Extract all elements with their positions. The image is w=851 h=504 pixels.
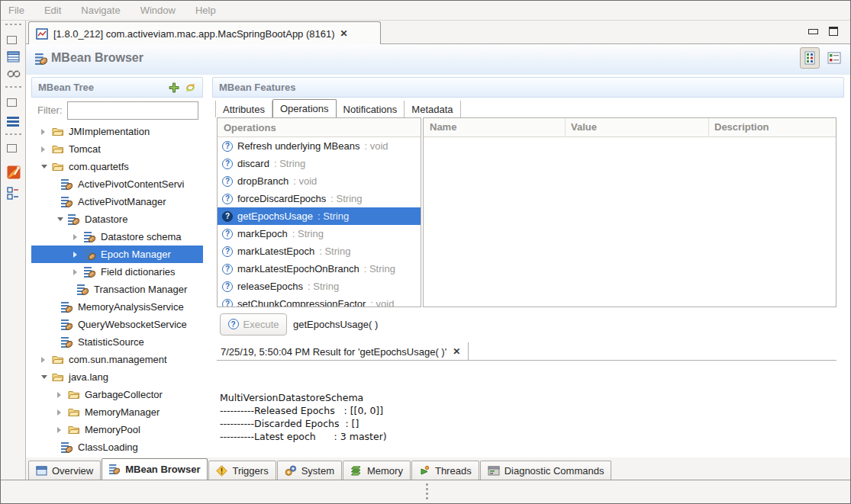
- tree-item[interactable]: QueryWebsocketService: [31, 316, 203, 333]
- tab-memory[interactable]: Memory: [343, 461, 411, 480]
- connection-editor-tab[interactable]: [1.8.0_212] com.activeviam.mac.app.MacSp…: [28, 21, 381, 45]
- collapse-arrow-icon[interactable]: [41, 374, 52, 381]
- maximize-icon[interactable]: [829, 27, 838, 36]
- tab-attributes[interactable]: Attributes: [215, 101, 272, 117]
- operation-row[interactable]: ?forceDiscardEpochs: String: [218, 190, 421, 207]
- list-view-icon[interactable]: [7, 115, 20, 128]
- tab-label: Operations: [280, 103, 329, 114]
- tab-diagnostic-commands[interactable]: Diagnostic Commands: [480, 461, 612, 480]
- operation-row[interactable]: ?dropBranch: void: [218, 172, 421, 190]
- diagnostic-commands-icon: [488, 466, 500, 476]
- result-tab-close-icon[interactable]: ✕: [453, 346, 460, 357]
- tree-item[interactable]: com.sun.management: [31, 351, 203, 368]
- tree-item[interactable]: JMImplementation: [31, 123, 203, 140]
- execute-button[interactable]: ? Execute: [220, 313, 287, 335]
- tree-item[interactable]: Transaction Manager: [31, 281, 203, 298]
- tree-item[interactable]: StatisticSource: [31, 333, 203, 351]
- expand-arrow-icon[interactable]: [73, 268, 84, 276]
- tab-metadata[interactable]: Metadata: [405, 101, 460, 117]
- status-bar-drag-handle[interactable]: [426, 483, 428, 499]
- menu-help[interactable]: Help: [195, 5, 216, 16]
- operation-row[interactable]: ?releaseEpochs: String: [218, 278, 421, 295]
- tree-item-selected[interactable]: Epoch Manager: [31, 246, 203, 263]
- tree-item[interactable]: Tomcat: [31, 140, 203, 158]
- operation-name: discard: [237, 158, 269, 169]
- operation-row[interactable]: ?markEpoch: String: [218, 225, 421, 242]
- operation-row[interactable]: ?discard: String: [218, 155, 421, 172]
- tree-item-label: StatisticSource: [78, 336, 144, 348]
- editor-tab-close-icon[interactable]: ✕: [340, 28, 348, 39]
- menu-navigate[interactable]: Navigate: [81, 5, 120, 16]
- column-value[interactable]: Value: [571, 121, 597, 133]
- restore-view-icon[interactable]: [7, 141, 20, 154]
- operation-row[interactable]: ?Refresh underlying MBeans: void: [218, 137, 421, 155]
- operation-signature: getEpochsUsage( ): [293, 319, 378, 330]
- operation-row-selected[interactable]: ?getEpochsUsage: String: [218, 207, 421, 225]
- restore-view-icon[interactable]: [7, 95, 20, 108]
- mbean-browser-form: MBean Browser MBean Tree Filter:: [26, 44, 850, 480]
- column-name[interactable]: Name: [430, 121, 456, 133]
- tree-item-label: Datastore schema: [101, 231, 182, 242]
- tree-item[interactable]: MemoryManager: [31, 403, 203, 421]
- application-window: File Edit Navigate Window Help [1.8.0_21…: [0, 0, 851, 504]
- expand-arrow-icon[interactable]: [41, 128, 52, 136]
- expand-arrow-icon[interactable]: [57, 426, 68, 434]
- triggers-icon: [216, 465, 227, 477]
- tab-mbean-browser[interactable]: MBean Browser: [102, 458, 208, 480]
- question-icon: ?: [222, 141, 233, 152]
- column-separator[interactable]: [708, 118, 709, 137]
- tree-item[interactable]: GarbageCollector: [31, 386, 203, 403]
- tree-item[interactable]: MemoryPool: [31, 421, 203, 438]
- column-separator[interactable]: [565, 118, 566, 137]
- mbean-icon: [77, 284, 90, 296]
- parameters-table-header: Name Value Description: [424, 118, 836, 137]
- collapse-arrow-icon[interactable]: [41, 163, 52, 171]
- tree-item[interactable]: com.quartetfs: [31, 158, 203, 175]
- tree-item[interactable]: Datastore: [31, 210, 203, 228]
- operation-row[interactable]: ?markLatestEpoch: String: [218, 242, 421, 260]
- operation-row[interactable]: ?setChunkCompressionFactor: void: [218, 295, 421, 307]
- tree-item-label: MemoryManager: [85, 406, 160, 418]
- result-tab[interactable]: 7/25/19, 5:50:04 PM Result for 'getEpoch…: [217, 342, 469, 361]
- tree-item[interactable]: java.lang: [31, 368, 203, 386]
- vertical-layout-toggle-button[interactable]: [800, 47, 820, 69]
- expand-arrow-icon[interactable]: [57, 391, 68, 399]
- mission-control-rocket-icon[interactable]: [7, 165, 20, 178]
- tab-triggers[interactable]: Triggers: [208, 461, 276, 480]
- expand-arrow-icon[interactable]: [73, 251, 84, 258]
- horizontal-layout-toggle-button[interactable]: [826, 50, 843, 66]
- tab-system[interactable]: System: [277, 461, 342, 480]
- minimize-icon[interactable]: [808, 29, 818, 34]
- add-mbean-icon[interactable]: [169, 82, 179, 93]
- menu-file[interactable]: File: [8, 5, 24, 16]
- expand-arrow-icon[interactable]: [41, 356, 52, 364]
- tree-item[interactable]: MemoryAnalysisService: [31, 298, 203, 316]
- outline-view-icon[interactable]: [7, 187, 20, 200]
- refresh-icon[interactable]: [185, 82, 196, 93]
- expand-arrow-icon[interactable]: [73, 233, 84, 241]
- tab-operations[interactable]: Operations: [272, 99, 337, 117]
- menu-edit[interactable]: Edit: [44, 5, 61, 16]
- tree-item[interactable]: ActivePivotManager: [31, 193, 203, 210]
- tab-label: Notifications: [343, 104, 398, 115]
- tab-threads[interactable]: Threads: [411, 461, 479, 480]
- expand-arrow-icon[interactable]: [41, 146, 52, 153]
- restore-view-icon[interactable]: [7, 33, 20, 46]
- tree-item[interactable]: Field dictionaries: [31, 263, 203, 281]
- collapse-arrow-icon[interactable]: [57, 216, 68, 223]
- table-view-icon[interactable]: [7, 51, 20, 64]
- column-description[interactable]: Description: [714, 121, 769, 133]
- tree-item[interactable]: ActivePivotContentServi: [31, 175, 203, 193]
- tab-notifications[interactable]: Notifications: [337, 101, 405, 117]
- tab-label: Memory: [367, 465, 403, 477]
- operation-row[interactable]: ?markLatestEpochOnBranch: String: [218, 260, 421, 278]
- tree-item[interactable]: Datastore schema: [31, 228, 203, 246]
- expand-arrow-icon[interactable]: [57, 409, 68, 416]
- menu-window[interactable]: Window: [140, 5, 176, 16]
- record-icon[interactable]: [7, 69, 20, 82]
- filter-input[interactable]: [67, 101, 198, 120]
- tree-item[interactable]: ClassLoading: [31, 438, 203, 456]
- tab-overview[interactable]: Overview: [28, 461, 101, 480]
- mbean-icon: [84, 266, 97, 278]
- page-title: MBean Browser: [51, 51, 143, 65]
